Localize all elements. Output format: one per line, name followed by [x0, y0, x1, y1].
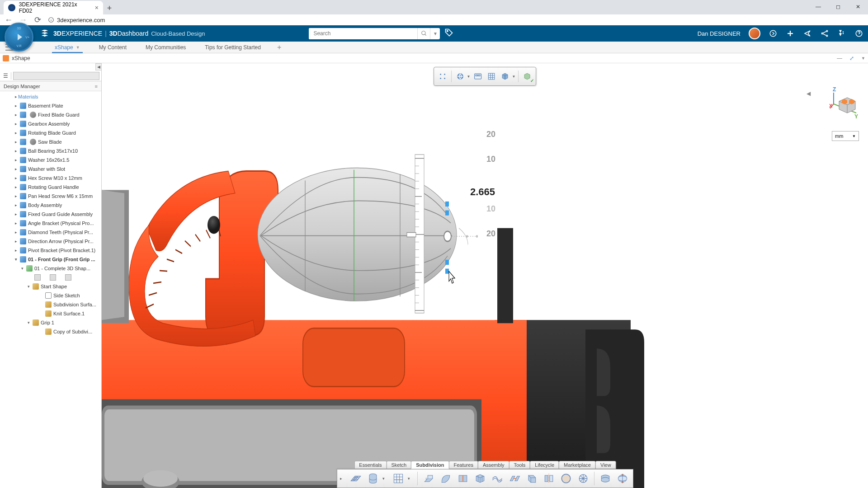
compass-button[interactable]: 3D V+ V.R — [5, 23, 35, 53]
view-cube-icon[interactable] — [500, 70, 511, 82]
tree-item-label[interactable]: Fixed Blade Guard — [38, 112, 80, 117]
dropdown-icon[interactable]: ▼ — [467, 75, 471, 79]
tab-lifecycle[interactable]: Lifecycle — [530, 461, 559, 469]
new-tab-button[interactable]: + — [103, 2, 116, 14]
tab-marketplace[interactable]: Marketplace — [559, 461, 596, 469]
avatar[interactable] — [749, 28, 760, 39]
window-close[interactable]: ✕ — [848, 0, 868, 14]
tree-item-label[interactable]: Rotating Guard Handle — [28, 184, 79, 190]
help-icon[interactable] — [854, 29, 863, 38]
tool-bridge-icon[interactable] — [507, 471, 522, 486]
view-hud-icon[interactable] — [472, 70, 484, 82]
dropdown-icon[interactable]: ▾ — [408, 476, 414, 481]
panel-collapse-button[interactable]: ◀ — [95, 63, 102, 70]
tree-item-label[interactable]: 01 - Complete 3D Shap... — [34, 266, 90, 271]
tree-item-label[interactable]: Angle Bracket (Physical Pro... — [28, 221, 94, 226]
tool-bend-icon[interactable] — [438, 471, 453, 486]
tool-primitive-cylinder-icon[interactable] — [365, 471, 381, 486]
collapse-panel-icon[interactable]: ⤢ — [849, 55, 854, 61]
tab-view[interactable]: View — [595, 461, 616, 469]
tab-tips[interactable]: Tips for Getting Started — [202, 42, 264, 53]
tree-item-label[interactable]: Direction Arrow (Physical Pr... — [28, 239, 94, 244]
view-cube[interactable]: ◀ Z X Y — [820, 86, 859, 121]
view-grid-icon[interactable] — [486, 70, 498, 82]
filter-input[interactable] — [13, 72, 99, 80]
share-icon[interactable] — [803, 29, 812, 38]
tool-thicken-icon[interactable] — [524, 471, 539, 486]
tab-tools[interactable]: Tools — [509, 461, 531, 469]
view-fit-icon[interactable] — [437, 70, 448, 82]
tree-item-label[interactable]: Diamond Teeth (Physical Pr... — [28, 230, 93, 235]
window-maximize[interactable]: ◻ — [828, 0, 848, 14]
tree-item-label[interactable]: Materials — [18, 94, 38, 99]
address-bar[interactable]: 3dexperience.com — [48, 17, 138, 23]
tab-essentials[interactable]: Essentials — [354, 461, 387, 469]
browser-tab[interactable]: 3DEXPERIENCE 2021x FD02 × — [4, 1, 103, 14]
feature-tree[interactable]: ▸Materials ▸Basement Plate ▸Fixed Blade … — [0, 91, 101, 488]
minimize-panel-icon[interactable]: — — [837, 55, 842, 61]
tree-item-label[interactable]: Saw Blade — [38, 139, 62, 145]
tool-mirror-icon[interactable] — [541, 471, 557, 486]
tree-item-label[interactable]: Washer 16x26x1.5 — [28, 157, 69, 163]
add-tab-button[interactable]: + — [277, 43, 281, 52]
tab-subdivision[interactable]: Subdivision — [411, 461, 449, 469]
tool-delete-icon[interactable] — [558, 471, 574, 486]
tree-item-label[interactable]: Pan Head Screw M6 x 15mm — [28, 193, 93, 199]
tab-close-icon[interactable]: × — [95, 4, 99, 11]
tree-item-label[interactable]: 01 - Front Grip (Front Grip ... — [28, 257, 95, 262]
3d-viewport[interactable]: 20 10 10 20 2.665 ▼ ▼ ◀ Z X — [102, 63, 868, 488]
tab-assembly[interactable]: Assembly — [478, 461, 509, 469]
tab-sketch[interactable]: Sketch — [386, 461, 411, 469]
tab-mycommunities[interactable]: My Communities — [143, 42, 189, 53]
tool-crease-icon[interactable] — [490, 471, 505, 486]
tool-insert-edge-icon[interactable] — [455, 471, 471, 486]
window-minimize[interactable]: — — [808, 0, 828, 14]
toolbar-expand-icon[interactable]: ▸ — [340, 476, 346, 481]
add-icon[interactable] — [786, 29, 795, 38]
search-icon[interactable] — [417, 28, 430, 39]
plane-yz-icon[interactable] — [50, 274, 56, 281]
tree-item-label[interactable]: Washer with Slot — [28, 166, 65, 172]
tree-item-label[interactable]: Basement Plate — [28, 103, 63, 108]
unit-selector[interactable]: mm ▼ — [832, 131, 859, 141]
tree-item-label[interactable]: Grip 1 — [41, 320, 54, 325]
tag-icon[interactable] — [444, 28, 453, 39]
search-field[interactable]: ▼ — [309, 28, 440, 39]
tree-item-label[interactable]: Fixed Guard Guide Assembly — [28, 211, 93, 217]
connect-icon[interactable] — [820, 29, 829, 38]
apps-icon[interactable] — [837, 29, 846, 38]
tree-item-label[interactable]: Side Sketch — [53, 293, 80, 298]
tree-item-label[interactable]: Knit Surface.1 — [53, 311, 85, 316]
panel-menu-icon[interactable]: ▼ — [861, 56, 865, 61]
view-confirm-icon[interactable] — [521, 70, 533, 82]
tree-item-label[interactable]: Copy of Subdivi... — [53, 329, 92, 334]
search-dropdown[interactable]: ▼ — [430, 28, 440, 39]
tree-item-label[interactable]: Hex Screw M10 x 12mm — [28, 175, 82, 181]
view-globe-icon[interactable] — [454, 70, 466, 82]
tool-grid-icon[interactable] — [391, 471, 406, 486]
tab-features[interactable]: Features — [448, 461, 478, 469]
tree-item-label[interactable]: Body Assembly — [28, 202, 62, 208]
tool-circular-icon[interactable] — [576, 471, 591, 486]
tab-xshape[interactable]: xShape▼ — [52, 42, 83, 53]
tab-mycontent[interactable]: My Content — [96, 42, 129, 53]
tree-item-label[interactable]: Pivot Bracket (Pivot Bracket.1) — [28, 248, 95, 253]
tree-item-label[interactable]: Start Shape — [41, 284, 67, 289]
panel-menu-icon[interactable]: ≡ — [95, 84, 98, 89]
dropdown-icon[interactable]: ▾ — [382, 476, 389, 481]
tree-item-label[interactable]: Ball Bearing 35x17x10 — [28, 148, 78, 154]
tree-view-icon[interactable]: ☰ — [2, 72, 9, 80]
tree-item-label[interactable]: Gearbox Assembly — [28, 121, 70, 127]
plane-xz-icon[interactable] — [65, 274, 71, 281]
tool-primitive-plane-icon[interactable] — [348, 471, 363, 486]
tool-knit-icon[interactable] — [598, 471, 613, 486]
collapse-cube-icon[interactable]: ◀ — [807, 90, 811, 97]
tool-cage-icon[interactable] — [615, 471, 630, 486]
notifications-icon[interactable] — [769, 29, 778, 38]
tree-item-label[interactable]: Rotating Blade Guard — [28, 130, 76, 136]
plane-xy-icon[interactable] — [34, 274, 41, 281]
tree-item-label[interactable]: Subdivision Surfa... — [53, 302, 96, 307]
dropdown-icon[interactable]: ▼ — [512, 75, 516, 79]
tool-extrude-face-icon[interactable] — [421, 471, 436, 486]
search-input[interactable] — [309, 28, 417, 39]
